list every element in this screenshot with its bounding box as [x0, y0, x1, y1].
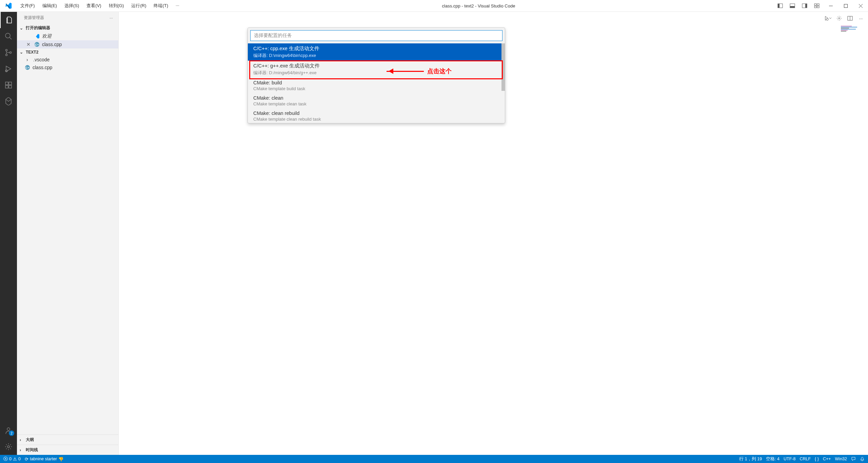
- toggle-secondary-sidebar-icon[interactable]: [799, 1, 810, 11]
- editor-area: ··· 选择要配置的任务 C/C++: cpp.exe 生成活动文件 编译器: …: [119, 12, 868, 455]
- status-braces[interactable]: { }: [815, 457, 819, 461]
- section-workspace-label: TEXT2: [26, 50, 38, 55]
- svg-rect-5: [805, 4, 807, 8]
- editor-more-icon[interactable]: ···: [856, 14, 865, 23]
- svg-point-28: [839, 18, 840, 19]
- close-icon[interactable]: ✕: [26, 42, 32, 47]
- qp-item-title: CMake: clean rebuild: [253, 110, 499, 116]
- menu-view[interactable]: 查看(V): [83, 1, 104, 10]
- quickpick-input[interactable]: 选择要配置的任务: [250, 30, 502, 41]
- maximize-button[interactable]: [838, 0, 853, 12]
- minimap[interactable]: [840, 25, 867, 42]
- qp-item-title: CMake: clean: [253, 95, 499, 101]
- toggle-panel-icon[interactable]: [787, 1, 798, 11]
- menu-edit[interactable]: 编辑(E): [39, 1, 60, 10]
- activity-settings-icon[interactable]: [0, 439, 17, 455]
- activity-source-control-icon[interactable]: [0, 44, 17, 61]
- svg-rect-7: [817, 4, 819, 5]
- section-timeline[interactable]: ›时间线: [17, 445, 118, 455]
- menu-run[interactable]: 运行(R): [128, 1, 150, 10]
- file-classcpp[interactable]: C+ class.cpp: [17, 63, 118, 72]
- menu-terminal[interactable]: 终端(T): [150, 1, 172, 10]
- svg-text:C+: C+: [25, 66, 29, 69]
- menu-select[interactable]: 选择(S): [61, 1, 82, 10]
- svg-rect-6: [814, 4, 816, 5]
- menu-bar: 文件(F) 编辑(E) 选择(S) 查看(V) 转到(G) 运行(R) 终端(T…: [17, 1, 183, 10]
- section-workspace[interactable]: ⌄TEXT2: [17, 48, 118, 56]
- activity-explorer-icon[interactable]: [0, 12, 17, 28]
- qp-item-title: C/C++: g++.exe 生成活动文件: [253, 63, 499, 69]
- toggle-primary-sidebar-icon[interactable]: [774, 1, 786, 11]
- status-warnings-count: 0: [18, 457, 21, 461]
- folder-vscode-label: .vscode: [33, 57, 50, 62]
- status-tabnine-label: tabnine starter: [30, 457, 57, 461]
- section-outline[interactable]: ›大纲: [17, 435, 118, 445]
- section-timeline-label: 时间线: [26, 447, 38, 453]
- status-tabnine[interactable]: ⟳ tabnine starter 👎: [25, 457, 64, 462]
- quickpick-item-cmake-clean[interactable]: CMake: clean CMake template clean task: [248, 93, 505, 108]
- open-editor-welcome[interactable]: 欢迎: [17, 32, 118, 40]
- section-open-editors[interactable]: ⌄打开的编辑器: [17, 24, 118, 32]
- svg-rect-18: [5, 85, 8, 88]
- svg-rect-20: [9, 82, 12, 85]
- split-editor-icon[interactable]: [846, 14, 854, 23]
- title-layout-actions: [774, 1, 823, 11]
- editor-actions: ···: [824, 14, 865, 23]
- quickpick-panel: 选择要配置的任务 C/C++: cpp.exe 生成活动文件 编译器: D:\m…: [248, 27, 505, 123]
- folder-vscode[interactable]: › .vscode: [17, 56, 118, 63]
- activity-run-debug-icon[interactable]: [0, 61, 17, 77]
- minimize-button[interactable]: [823, 0, 838, 12]
- quickpick-item-gpp-exe[interactable]: C/C++: g++.exe 生成活动文件 编译器: D:/mingw64/bi…: [248, 61, 505, 78]
- activity-extensions-icon[interactable]: [0, 77, 17, 93]
- menu-more-icon[interactable]: ···: [172, 1, 183, 10]
- svg-rect-3: [790, 6, 795, 8]
- status-indent[interactable]: 空格: 4: [766, 456, 780, 462]
- activity-search-icon[interactable]: [0, 28, 17, 44]
- svg-rect-17: [5, 82, 8, 85]
- customize-layout-icon[interactable]: [811, 1, 823, 11]
- open-editor-welcome-label: 欢迎: [42, 33, 52, 39]
- open-editor-classcpp[interactable]: ✕ C+ class.cpp: [17, 40, 118, 48]
- window-title: class.cpp - text2 - Visual Studio Code: [183, 3, 774, 8]
- status-line-col[interactable]: 行 1，列 19: [739, 456, 762, 462]
- quickpick-scrollbar[interactable]: [501, 43, 505, 91]
- sync-icon: ⟳: [25, 457, 28, 462]
- menu-goto[interactable]: 转到(G): [105, 1, 127, 10]
- status-encoding[interactable]: UTF-8: [784, 457, 795, 461]
- run-dropdown-icon[interactable]: [824, 14, 833, 23]
- open-editor-classcpp-label: class.cpp: [42, 42, 62, 47]
- status-problems[interactable]: ⓧ0 ⚠0: [3, 456, 21, 462]
- svg-rect-1: [778, 4, 780, 8]
- close-button[interactable]: [853, 0, 868, 12]
- explorer-tree: ⌄打开的编辑器 欢迎 ✕ C+ class.cpp ⌄TEXT2 › .vsco…: [17, 24, 118, 435]
- svg-text:C+: C+: [35, 43, 39, 46]
- vscode-logo-icon: [0, 2, 17, 9]
- status-errors-count: 0: [9, 457, 12, 461]
- quickpick-list: C/C++: cpp.exe 生成活动文件 编译器: D:\mingw64\bi…: [248, 43, 505, 123]
- status-bell-icon[interactable]: [860, 457, 865, 461]
- status-feedback-icon[interactable]: [851, 457, 856, 461]
- sidebar-more-icon[interactable]: ···: [110, 16, 113, 20]
- quickpick-item-cmake-clean-rebuild[interactable]: CMake: clean rebuild CMake template clea…: [248, 108, 505, 123]
- qp-item-desc: CMake template clean rebuild task: [253, 117, 499, 122]
- file-classcpp-label: class.cpp: [33, 65, 52, 70]
- svg-rect-9: [817, 6, 819, 8]
- svg-rect-19: [9, 85, 12, 88]
- arrow-icon: [387, 71, 424, 72]
- status-language[interactable]: C++: [823, 457, 831, 461]
- status-platform[interactable]: Win32: [835, 457, 847, 461]
- svg-point-27: [826, 18, 828, 20]
- quickpick-item-cpp-exe[interactable]: C/C++: cpp.exe 生成活动文件 编译器: D:\mingw64\bi…: [248, 43, 505, 61]
- status-eol[interactable]: CRLF: [800, 457, 811, 461]
- accounts-badge: 2: [9, 430, 14, 436]
- statusbar: ⓧ0 ⚠0 ⟳ tabnine starter 👎 行 1，列 19 空格: 4…: [0, 455, 868, 463]
- activity-extra-icon[interactable]: [0, 93, 17, 109]
- svg-point-22: [7, 446, 9, 448]
- svg-point-12: [5, 33, 10, 38]
- menu-file[interactable]: 文件(F): [17, 1, 38, 10]
- settings-gear-icon[interactable]: [835, 14, 844, 23]
- svg-point-13: [6, 49, 7, 51]
- activity-accounts-icon[interactable]: 2: [0, 422, 17, 439]
- quickpick-item-cmake-build[interactable]: CMake: build CMake template build task: [248, 78, 505, 93]
- cpp-file-icon: C+: [24, 64, 31, 71]
